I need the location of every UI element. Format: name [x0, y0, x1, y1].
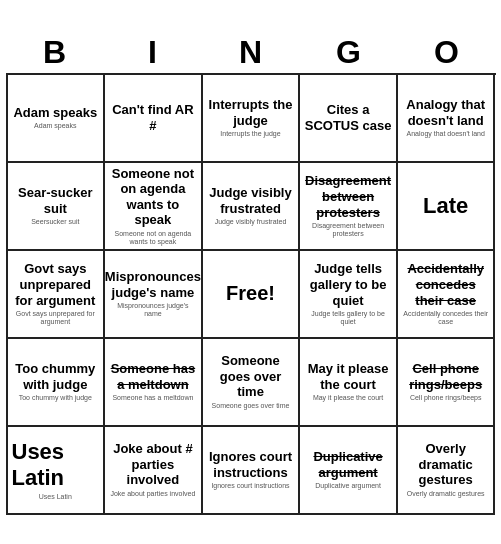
bingo-cell-18: May it please the courtMay it please the… [300, 339, 398, 427]
cell-main-text-15: Too chummy with judge [12, 361, 100, 392]
cell-main-text-14: Accidentally concedes their case [402, 261, 490, 308]
bingo-card: BINGO Adam speaksAdam speaksCan't find A… [6, 30, 496, 515]
bingo-cell-1: Can't find AR # [105, 75, 203, 163]
cell-main-text-0: Adam speaks [13, 105, 97, 121]
bingo-cell-24: Overly dramatic gesturesOverly dramatic … [398, 427, 496, 515]
bingo-letter-i: I [109, 34, 197, 71]
bingo-cell-16: Someone has a meltdownSomeone has a melt… [105, 339, 203, 427]
bingo-cell-7: Judge visibly frustratedJudge visibly fr… [203, 163, 301, 251]
cell-main-text-4: Analogy that doesn't land [402, 97, 490, 128]
cell-main-text-7: Judge visibly frustrated [207, 185, 295, 216]
cell-main-text-2: Interrupts the judge [207, 97, 295, 128]
cell-main-text-17: Someone goes over time [207, 353, 295, 400]
cell-main-text-22: Ignores court instructions [207, 449, 295, 480]
cell-sub-text-10: Govt says unprepared for argument [12, 310, 100, 325]
cell-main-text-8: Disagreement between protesters [304, 173, 392, 220]
cell-main-text-13: Judge tells gallery to be quiet [304, 261, 392, 308]
bingo-cell-5: Sear-sucker suitSeersucker suit [8, 163, 106, 251]
bingo-cell-0: Adam speaksAdam speaks [8, 75, 106, 163]
cell-sub-text-21: Joke about parties involved [110, 490, 195, 498]
cell-main-text-21: Joke about # parties involved [109, 441, 197, 488]
bingo-cell-20: Uses LatinUses Latin [8, 427, 106, 515]
cell-sub-text-7: Judge visibly frustrated [215, 218, 287, 226]
bingo-letter-g: G [305, 34, 393, 71]
cell-main-text-16: Someone has a meltdown [109, 361, 197, 392]
bingo-letter-n: N [207, 34, 295, 71]
cell-sub-text-20: Uses Latin [39, 493, 72, 501]
bingo-cell-4: Analogy that doesn't landAnalogy that do… [398, 75, 496, 163]
cell-sub-text-4: Analogy that doesn't land [406, 130, 484, 138]
cell-main-text-10: Govt says unprepared for argument [12, 261, 100, 308]
cell-sub-text-15: Too chummy with judge [19, 394, 92, 402]
cell-main-text-11: Mispronounces judge's name [105, 269, 201, 300]
free-space: Free! [226, 282, 275, 305]
cell-sub-text-22: Ignores court instructions [211, 482, 289, 490]
cell-sub-text-16: Someone has a meltdown [112, 394, 193, 402]
cell-sub-text-14: Accidentally concedes their case [402, 310, 490, 325]
cell-sub-text-13: Judge tells gallery to be quiet [304, 310, 392, 325]
cell-main-text-23: Duplicative argument [304, 449, 392, 480]
cell-main-text-5: Sear-sucker suit [12, 185, 100, 216]
cell-sub-text-24: Overly dramatic gestures [407, 490, 485, 498]
bingo-header: BINGO [6, 30, 496, 73]
cell-sub-text-11: Mispronounces judge's name [109, 302, 197, 317]
cell-sub-text-5: Seersucker suit [31, 218, 79, 226]
cell-main-text-1: Can't find AR # [109, 102, 197, 133]
cell-sub-text-17: Someone goes over time [212, 402, 290, 410]
bingo-cell-19: Cell phone rings/beepsCell phone rings/b… [398, 339, 496, 427]
cell-main-text-20: Uses Latin [12, 439, 100, 491]
bingo-cell-2: Interrupts the judgeInterrupts the judge [203, 75, 301, 163]
bingo-cell-3: Cites a SCOTUS case [300, 75, 398, 163]
bingo-cell-12: Free! [203, 251, 301, 339]
bingo-cell-10: Govt says unprepared for argumentGovt sa… [8, 251, 106, 339]
cell-sub-text-19: Cell phone rings/beeps [410, 394, 482, 402]
bingo-cell-22: Ignores court instructionsIgnores court … [203, 427, 301, 515]
bingo-cell-23: Duplicative argumentDuplicative argument [300, 427, 398, 515]
cell-sub-text-8: Disagreement between protesters [304, 222, 392, 237]
cell-sub-text-0: Adam speaks [34, 122, 76, 130]
bingo-cell-21: Joke about # parties involvedJoke about … [105, 427, 203, 515]
cell-main-text-19: Cell phone rings/beeps [402, 361, 490, 392]
bingo-grid: Adam speaksAdam speaksCan't find AR #Int… [6, 73, 496, 515]
bingo-cell-11: Mispronounces judge's nameMispronounces … [105, 251, 203, 339]
cell-main-text-3: Cites a SCOTUS case [304, 102, 392, 133]
bingo-letter-o: O [403, 34, 491, 71]
bingo-cell-8: Disagreement between protestersDisagreem… [300, 163, 398, 251]
cell-sub-text-23: Duplicative argument [315, 482, 381, 490]
bingo-letter-b: B [11, 34, 99, 71]
cell-sub-text-18: May it please the court [313, 394, 383, 402]
bingo-cell-14: Accidentally concedes their caseAccident… [398, 251, 496, 339]
bingo-cell-6: Someone not on agenda wants to speakSome… [105, 163, 203, 251]
cell-main-text-24: Overly dramatic gestures [402, 441, 490, 488]
bingo-cell-15: Too chummy with judgeToo chummy with jud… [8, 339, 106, 427]
cell-main-text-6: Someone not on agenda wants to speak [109, 166, 197, 228]
cell-sub-text-2: Interrupts the judge [220, 130, 280, 138]
cell-main-text-9: Late [423, 193, 468, 219]
bingo-cell-13: Judge tells gallery to be quietJudge tel… [300, 251, 398, 339]
cell-main-text-18: May it please the court [304, 361, 392, 392]
bingo-cell-17: Someone goes over timeSomeone goes over … [203, 339, 301, 427]
bingo-cell-9: Late [398, 163, 496, 251]
cell-sub-text-6: Someone not on agenda wants to speak [109, 230, 197, 245]
